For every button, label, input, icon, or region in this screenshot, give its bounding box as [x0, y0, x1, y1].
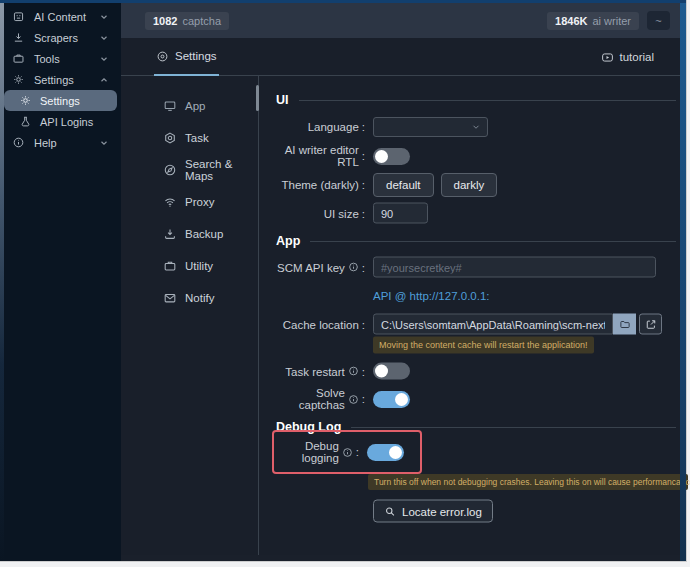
sidebar-item-scrapers[interactable]: Scrapers — [4, 27, 121, 48]
settings-form: UI Language: AI writer editor RTL: Theme — [272, 76, 686, 555]
debug-warning: Turn this off when not debugging crashes… — [368, 474, 688, 490]
section-title: UI — [276, 93, 289, 107]
toggle-knob — [395, 393, 408, 406]
chevron-down-icon — [99, 138, 109, 148]
solve-captchas-row: Solve captchas : — [272, 387, 686, 411]
chevron-down-icon — [99, 12, 109, 22]
nav-scrollbar-thumb[interactable] — [256, 85, 259, 111]
flask-icon — [19, 115, 32, 128]
gear-icon — [12, 73, 25, 86]
gear-circle-icon — [156, 50, 169, 63]
chevron-up-icon — [99, 75, 109, 85]
info-icon — [348, 366, 359, 377]
theme-default-button[interactable]: default — [373, 173, 434, 197]
settings-nav-label: Utility — [185, 260, 213, 272]
api-key-input[interactable] — [373, 257, 656, 278]
settings-nav-app[interactable]: App — [121, 90, 258, 121]
briefcase-icon — [163, 259, 177, 273]
label-colon: : — [362, 121, 365, 133]
cache-location-input[interactable] — [373, 314, 613, 335]
info-icon — [342, 447, 353, 458]
nav-divider — [258, 76, 259, 555]
play-icon — [601, 51, 614, 64]
rtl-label: AI writer editor RTL — [272, 144, 359, 168]
label-colon: : — [362, 261, 365, 273]
sidebar-item-api-logins[interactable]: API Logins — [4, 111, 121, 132]
settings-nav-task[interactable]: Task — [121, 122, 258, 153]
sidebar-item-settings-group[interactable]: Settings — [4, 69, 121, 90]
window-top-accent — [0, 0, 686, 3]
settings-nav-utility[interactable]: Utility — [121, 250, 258, 281]
info-circle-icon — [12, 136, 25, 149]
sidebar-item-label: AI Content — [34, 11, 86, 23]
settings-nav-backup[interactable]: Backup — [121, 218, 258, 249]
solve-captchas-label: Solve captchas — [272, 387, 345, 411]
api-address-link[interactable]: API @ http://127.0.0.1: — [373, 290, 490, 302]
app-window: AI Content Scrapers Tools — [0, 0, 686, 561]
tutorial-button[interactable]: tutorial — [601, 46, 654, 68]
sidebar-item-label: Settings — [34, 74, 74, 86]
section-title: App — [276, 234, 300, 248]
settings-nav-label: Backup — [185, 228, 223, 240]
captcha-count: 1082 — [153, 15, 177, 27]
theme-darkly-button[interactable]: darkly — [441, 173, 498, 197]
sidebar-item-settings[interactable]: Settings — [4, 90, 117, 111]
ui-size-label: UI size — [324, 207, 359, 219]
sidebar-item-ai-content[interactable]: AI Content — [4, 6, 121, 27]
api-key-label: SCM API key — [277, 261, 345, 273]
topbar-collapse-button[interactable]: ~ — [647, 11, 670, 30]
topbar: 1082 captcha 1846K ai writer ~ — [121, 3, 686, 38]
task-restart-row: Task restart : — [272, 363, 686, 380]
envelope-icon — [163, 291, 177, 305]
settings-nav-proxy[interactable]: Proxy — [121, 186, 258, 217]
api-link-row: API @ http://127.0.0.1: — [272, 290, 686, 302]
download-icon — [12, 31, 25, 44]
debug-logging-toggle[interactable] — [367, 444, 404, 461]
gear-icon — [19, 94, 32, 107]
label-colon: : — [362, 150, 365, 162]
task-restart-toggle[interactable] — [373, 363, 410, 380]
tab-label: Settings — [175, 50, 217, 62]
ui-size-row: UI size: — [272, 203, 686, 224]
chevron-down-icon — [471, 122, 481, 132]
settings-nav-label: App — [185, 100, 205, 112]
ui-size-input[interactable] — [373, 203, 428, 224]
label-colon: : — [362, 365, 365, 377]
sidebar-item-tools[interactable]: Tools — [4, 48, 121, 69]
tab-bar: Settings tutorial — [121, 38, 686, 76]
captcha-count-label: captcha — [182, 15, 221, 27]
settings-nav-search-maps[interactable]: Search & Maps — [121, 154, 258, 185]
debug-logging-label: Debug logging — [274, 440, 339, 464]
info-icon — [348, 262, 359, 273]
cache-location-row: Cache location: — [272, 314, 686, 335]
window-right-accent — [680, 0, 686, 561]
chevron-down-icon — [99, 54, 109, 64]
debug-logging-highlight-box: Debug logging : — [272, 430, 422, 474]
label-colon: : — [362, 179, 365, 191]
locate-error-log-button[interactable]: Locate error.log — [373, 500, 493, 523]
ai-content-icon — [12, 10, 25, 23]
monitor-icon — [163, 99, 177, 113]
api-key-row: SCM API key : — [272, 257, 686, 278]
label-colon: : — [362, 318, 365, 330]
solve-captchas-toggle[interactable] — [373, 391, 410, 408]
label-colon: : — [362, 207, 365, 219]
locate-error-log-label: Locate error.log — [402, 505, 482, 517]
browse-folder-button[interactable] — [613, 314, 636, 335]
cache-location-label: Cache location — [283, 318, 359, 330]
rtl-toggle[interactable] — [373, 148, 410, 165]
settings-nav-label: Search & Maps — [185, 158, 258, 182]
settings-nav-label: Task — [185, 132, 209, 144]
search-icon — [384, 505, 396, 517]
sidebar: AI Content Scrapers Tools — [0, 0, 121, 561]
theme-row: Theme (darkly): default darkly — [272, 173, 686, 197]
language-select[interactable] — [373, 117, 488, 137]
collapse-icon: ~ — [655, 15, 661, 27]
sidebar-item-help[interactable]: Help — [4, 132, 121, 153]
external-link-icon — [647, 320, 655, 328]
section-app: App — [276, 234, 676, 248]
open-location-button[interactable] — [639, 314, 662, 335]
captcha-counter-badge: 1082 captcha — [145, 12, 229, 30]
tab-settings[interactable]: Settings — [154, 38, 219, 76]
settings-nav-notify[interactable]: Notify — [121, 282, 258, 313]
